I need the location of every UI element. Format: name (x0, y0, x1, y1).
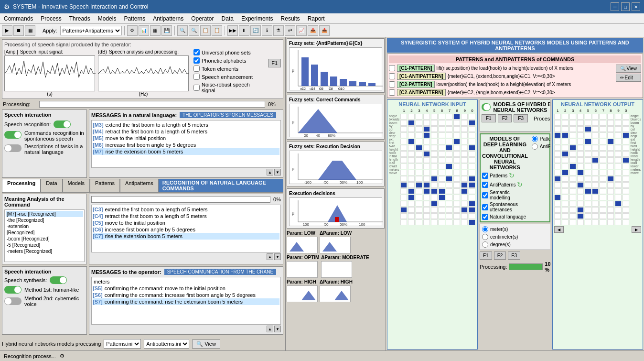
cb-noise[interactable] (193, 85, 200, 91)
toolbar-zoom-out[interactable]: 🔍 (189, 25, 199, 36)
crane-scroll-up[interactable]: ▲ (267, 326, 273, 332)
toolbar-refresh[interactable]: 🔄 (250, 25, 261, 36)
menu-operator[interactable]: Operator (187, 14, 217, 23)
menu-models[interactable]: Models (94, 14, 120, 23)
toolbar-paste[interactable]: 📋 (212, 25, 222, 36)
toolbar-copy[interactable]: 📋 (200, 25, 211, 36)
toolbar-filter[interactable]: ⚗ (273, 25, 284, 36)
antipatterns-file-select[interactable]: Antipatterns.ini (144, 339, 189, 349)
menu-patterns[interactable]: Patterns (120, 14, 149, 23)
pattern-row-1: [C1-PATTERN] lift(rise,position) the loa… (389, 65, 614, 72)
antipattern-cb-2[interactable] (389, 89, 395, 96)
tab-data[interactable]: Data (41, 179, 62, 192)
menu-experiments[interactable]: Experiments (237, 14, 277, 23)
radio-centimeters[interactable] (482, 234, 488, 240)
cb-phonetic[interactable] (193, 57, 200, 64)
models-radio-patterns[interactable] (532, 136, 538, 142)
pattern-cb-1[interactable] (389, 65, 395, 71)
dl-cb-patterns[interactable] (482, 173, 488, 179)
tasks-toggle[interactable] (4, 144, 21, 152)
tab-processing[interactable]: Processing (2, 179, 41, 192)
cb-universal[interactable] (193, 49, 200, 55)
minimize-button[interactable]: ─ (611, 2, 619, 11)
models-radio-antipatterns[interactable] (532, 143, 538, 150)
hybrid-toggle[interactable] (482, 103, 491, 111)
msg-text-m7: rise the extension boom 5 meters (106, 149, 183, 154)
f2-btn-2[interactable]: F2 (494, 252, 506, 260)
nn-output-left[interactable]: ◀ (554, 226, 564, 233)
rec-scroll-up[interactable]: ▲ (267, 253, 273, 260)
tab-models[interactable]: Models (63, 179, 90, 192)
messages-scroll-down[interactable]: ▼ (274, 169, 281, 175)
toolbar-btn-3[interactable]: ▦ (25, 25, 35, 36)
menu-antipatterns[interactable]: Antipatterns (149, 14, 187, 23)
toolbar-import[interactable]: 📥 (319, 25, 330, 36)
toolbar-run[interactable]: ▶▶ (227, 25, 238, 36)
dl-patterns-icon: ↻ (509, 172, 515, 179)
edit-icon: ✏ (620, 75, 624, 80)
messages-scroll-up[interactable]: ▲ (267, 169, 273, 175)
recognition-label: Speech recognition: (4, 121, 51, 127)
toolbar-table[interactable]: ▦ (150, 25, 161, 36)
tab-antipatterns[interactable]: Antipatterns (120, 179, 159, 192)
f1-btn-2[interactable]: F1 (480, 252, 492, 260)
menu-commands[interactable]: Commands (0, 14, 37, 23)
commands-toggle[interactable] (4, 131, 21, 139)
menu-process[interactable]: Process (37, 14, 65, 23)
radio-meters[interactable] (482, 226, 488, 232)
maximize-button[interactable]: □ (621, 2, 630, 11)
f3-btn-2[interactable]: F3 (508, 252, 520, 260)
dl-cb-antipatterns[interactable] (482, 182, 488, 188)
toolbar-chart[interactable]: 📊 (139, 25, 149, 36)
rec-text-c4: retract the first boom to a length of 5 … (105, 213, 206, 219)
commands-label: Commands recognition in spontaneous spee… (24, 130, 85, 142)
svg-rect-6 (311, 65, 318, 86)
dl-cb-natural[interactable] (482, 214, 488, 220)
menu-raport[interactable]: Raport (304, 14, 329, 23)
nn-f3-button[interactable]: F3 (514, 114, 528, 122)
toolbar-save[interactable]: 💾 (161, 25, 172, 36)
radio-degrees[interactable] (482, 241, 488, 248)
close-button[interactable]: ✕ (632, 2, 640, 11)
menu-data[interactable]: Data (218, 14, 237, 23)
method1-toggle[interactable] (4, 286, 21, 294)
svg-marker-47 (290, 242, 304, 252)
toolbar-analyze[interactable]: 📈 (296, 25, 307, 36)
svg-text:-50: -50 (323, 222, 329, 227)
apply-select[interactable]: Patterns+Antipatterns (60, 26, 122, 35)
view-button[interactable]: 🔍 View (192, 339, 220, 349)
crane-messages-title: MESSAGES to the operator: (91, 269, 161, 275)
cb-token[interactable] (193, 66, 200, 72)
fuzzy2-section: Fuzzy sets: Correct Commands μ 20 40 80% (287, 95, 385, 140)
patterns-view-button[interactable]: 🔍 View (616, 65, 642, 73)
patterns-file-select[interactable]: Patterns.ini (104, 339, 141, 349)
cb-enhancement[interactable] (193, 74, 200, 80)
nn-output-right[interactable]: ▶ (632, 226, 641, 233)
view-label: View (204, 341, 216, 347)
patterns-edit-button[interactable]: ✏ Edit (616, 74, 642, 82)
nn-f2-button[interactable]: F2 (498, 114, 512, 122)
rec-text-c7: rise the extension boom 5 meters (105, 233, 182, 239)
dl-cb-spontaneous[interactable] (482, 204, 488, 210)
synthesis-toggle[interactable] (50, 276, 67, 284)
menu-results[interactable]: Results (277, 14, 304, 23)
toolbar-info[interactable]: ℹ (262, 25, 272, 36)
recognition-toggle[interactable] (54, 120, 71, 128)
toolbar-compare[interactable]: ⇄ (285, 25, 295, 36)
toolbar-btn-1[interactable]: ▶ (2, 25, 12, 36)
crane-scroll-down[interactable]: ▼ (274, 326, 281, 332)
toolbar-stop[interactable]: ⏸ (239, 25, 249, 36)
toolbar-export[interactable]: 📤 (308, 25, 318, 36)
dl-cb-semantic[interactable] (482, 192, 488, 198)
toolbar-btn-2[interactable]: ⏹ (13, 25, 24, 36)
toolbar-zoom-in[interactable]: 🔍 (177, 25, 188, 36)
method2-toggle[interactable] (4, 297, 21, 305)
menu-threads[interactable]: Threads (65, 14, 94, 23)
tab-patterns[interactable]: Patterns (90, 179, 120, 192)
f1-button[interactable]: F1 (268, 59, 281, 67)
toolbar-settings[interactable]: ⚙ (127, 25, 138, 36)
rec-scroll-down[interactable]: ▼ (274, 253, 281, 260)
nn-f1-button[interactable]: F1 (482, 114, 496, 122)
pattern-cb-2[interactable] (389, 81, 395, 88)
antipattern-cb-1[interactable] (389, 73, 395, 79)
